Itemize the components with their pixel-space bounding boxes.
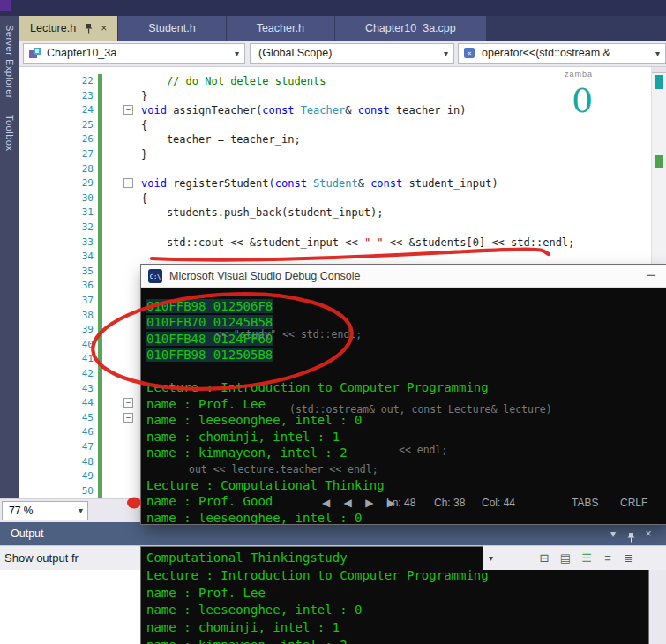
annotation-zamba: zamba: [565, 70, 593, 79]
cpp-project-icon: [28, 47, 41, 66]
console-line: name : chominji, intel : 1: [146, 619, 648, 637]
change-tracking-bar: [98, 294, 102, 309]
autoscroll-icon[interactable]: ≡: [600, 546, 616, 571]
code-line[interactable]: 30{: [19, 191, 651, 206]
code-text: std::cout << &student_input << " " << &s…: [141, 236, 574, 251]
code-line[interactable]: 33 std::cout << &student_input << " " <<…: [19, 236, 651, 251]
change-tracking-bar: [98, 206, 102, 221]
tab-label: Chapter10_3a.cpp: [365, 22, 456, 34]
show-output-from-label: Show output fr: [4, 546, 79, 571]
scope-dropdown-value: (Global Scope): [258, 47, 332, 59]
fold-collapse-icon[interactable]: −: [123, 413, 133, 423]
change-tracking-bar: [98, 103, 102, 118]
close-icon[interactable]: ×: [101, 23, 107, 34]
code-text: void registerStudent(const Student& cons…: [141, 176, 498, 191]
change-tracking-bar: [98, 118, 102, 133]
code-line[interactable]: 32: [19, 221, 651, 236]
line-number: 27: [69, 147, 94, 162]
vs-logo: [0, 0, 11, 11]
line-number: 47: [69, 440, 94, 455]
console-line: 010FFB98 012505B8: [146, 347, 666, 363]
code-line[interactable]: 22 // do Not delete students: [19, 74, 651, 89]
line-number: 38: [69, 309, 94, 324]
code-text: teacher = teacher_in;: [141, 132, 301, 147]
rail-tab-toolbox[interactable]: Toolbox: [4, 115, 15, 151]
ghost-code-fragment: (std::ostream& out, const Lecture& lectu…: [289, 403, 552, 416]
console-line: name : leeseonghee, intel : 0: [146, 510, 666, 524]
change-tracking-bar: [98, 440, 102, 455]
console-line: name : chominji, intel : 1: [146, 429, 666, 445]
code-line[interactable]: 26 teacher = teacher_in;: [19, 132, 651, 147]
ghost-code-fragment: out << lecture.teacher << endl;: [189, 463, 378, 476]
change-tracking-bar: [98, 162, 102, 177]
line-number: 42: [69, 367, 94, 382]
debug-console-window: C:\ Microsoft Visual Studio Debug Consol…: [141, 265, 666, 524]
chevron-down-icon: ▾: [655, 44, 660, 63]
line-number: 49: [69, 469, 94, 484]
console-output-area: 010FFB98 012506F8010FFB70 01245B58010FFB…: [141, 288, 666, 524]
fold-collapse-icon[interactable]: −: [123, 178, 133, 188]
status-tabs-mode[interactable]: TABS: [572, 497, 598, 509]
line-number: 32: [69, 221, 94, 236]
tab-label: Lecture.h: [30, 22, 76, 34]
scope-dropdown[interactable]: (Global Scope) ▾: [250, 43, 454, 64]
console-line: [146, 363, 666, 379]
line-number: 33: [69, 236, 94, 251]
console-window-title: Microsoft Visual Studio Debug Console: [169, 265, 361, 288]
change-tracking-bar: [98, 425, 102, 440]
change-tracking-bar: [98, 279, 102, 294]
line-number: 39: [69, 323, 94, 338]
console-line: Lecture : Computational Thinking: [146, 477, 666, 493]
code-line[interactable]: 28: [19, 162, 651, 177]
code-text: {: [141, 118, 147, 133]
output-toolbar-right: ▾ ⊟▤☰≡≣: [483, 545, 666, 570]
code-text: }: [141, 147, 147, 162]
window-position-icon[interactable]: ▾: [606, 522, 620, 545]
change-tracking-bar: [98, 367, 102, 382]
status-column: Col: 44: [482, 497, 515, 509]
menu-icon[interactable]: ≣: [621, 546, 637, 571]
word-wrap-icon[interactable]: ☰: [579, 546, 595, 571]
zoom-level-dropdown[interactable]: 77 % ▾: [2, 501, 88, 520]
fold-collapse-icon[interactable]: −: [123, 398, 133, 408]
pin-icon[interactable]: [85, 23, 93, 34]
clear-all-icon[interactable]: ▤: [557, 546, 573, 571]
code-line[interactable]: 31 students.push_back(student_input);: [19, 206, 651, 221]
code-line[interactable]: 24−void assignTeacher(const Teacher& con…: [19, 103, 651, 118]
member-dropdown[interactable]: « operator<<(std::ostream & ▾: [458, 43, 666, 64]
line-number: 50: [69, 484, 94, 498]
code-line[interactable]: 23}: [19, 89, 651, 104]
chevron-down-icon[interactable]: ▾: [489, 546, 493, 571]
navigation-bar: Chapter10_3a ▾ (Global Scope) ▾ « operat…: [19, 41, 666, 67]
chevron-down-icon: ▾: [79, 502, 83, 520]
code-line[interactable]: 27}: [19, 147, 651, 162]
tab-label: Teacher.h: [257, 22, 304, 34]
tab-lecture-h[interactable]: Lecture.h×: [19, 16, 117, 41]
editor-bottom-bar: 77 % ▾: [0, 498, 143, 522]
line-number: 43: [69, 382, 94, 397]
change-tracking-bar: [98, 323, 102, 338]
status-line-ending[interactable]: CRLF: [620, 497, 647, 509]
minimize-icon[interactable]: ─: [647, 265, 655, 286]
change-tracking-bar: [98, 176, 102, 191]
splitter-handle[interactable]: [652, 67, 666, 73]
console-titlebar[interactable]: C:\ Microsoft Visual Studio Debug Consol…: [141, 265, 666, 288]
change-tracking-bar: [98, 411, 102, 426]
chevron-down-icon: ▾: [235, 44, 239, 63]
close-icon[interactable]: ×: [641, 522, 655, 545]
collapse-pane-icon[interactable]: ⊟: [536, 546, 552, 571]
rail-tab-server-explorer[interactable]: Server Explorer: [4, 25, 15, 99]
change-tracking-bar: [98, 338, 102, 353]
code-line[interactable]: 25{: [19, 118, 651, 133]
project-dropdown[interactable]: Chapter10_3a ▾: [23, 43, 245, 64]
code-line[interactable]: 29−void registerStudent(const Student& c…: [19, 176, 651, 191]
code-text: void assignTeacher(const Teacher& const …: [141, 103, 467, 118]
line-number: 26: [69, 132, 94, 147]
tab-chapter10-3a-cpp[interactable]: Chapter10_3a.cpp: [335, 16, 486, 41]
fold-collapse-icon[interactable]: −: [123, 105, 133, 115]
code-line[interactable]: 34: [19, 250, 651, 265]
tab-teacher-h[interactable]: Teacher.h: [227, 16, 334, 41]
tab-student-h[interactable]: Student.h: [118, 16, 226, 41]
ghost-code-fragment: << "study" << std::endl;: [215, 328, 362, 341]
ghost-code-fragment: << endl;: [399, 444, 447, 456]
